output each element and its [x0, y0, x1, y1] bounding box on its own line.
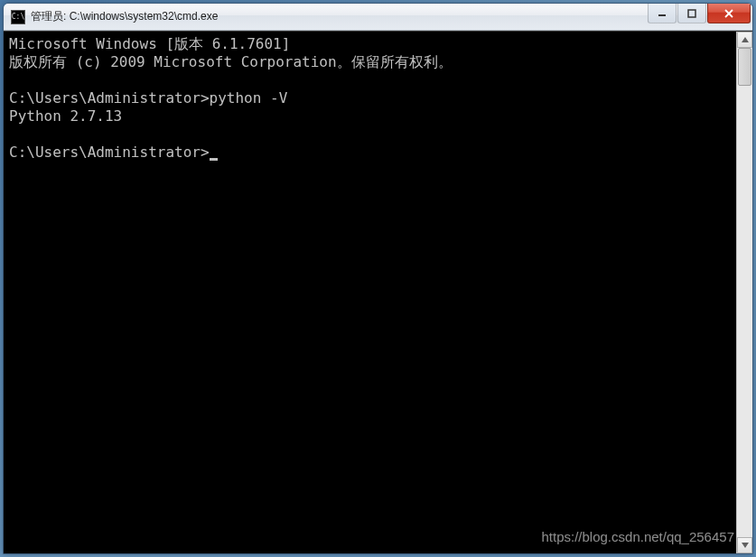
output-1: Python 2.7.13 — [9, 107, 122, 125]
banner-line-2: 版权所有 (c) 2009 Microsoft Corporation。保留所有… — [9, 53, 453, 70]
prompt-1: C:\Users\Administrator> — [9, 89, 210, 107]
close-button[interactable] — [707, 4, 751, 23]
window-title: 管理员: C:\windows\system32\cmd.exe — [31, 9, 648, 24]
terminal-output[interactable]: Microsoft Windows [版本 6.1.7601] 版权所有 (c)… — [4, 32, 736, 553]
cursor — [210, 158, 218, 161]
banner-line-1: Microsoft Windows [版本 6.1.7601] — [9, 35, 290, 52]
prompt-2: C:\Users\Administrator> — [9, 144, 210, 161]
window-controls — [648, 4, 751, 30]
terminal-area: Microsoft Windows [版本 6.1.7601] 版权所有 (c)… — [4, 31, 752, 553]
scroll-down-button[interactable] — [737, 537, 752, 553]
minimize-button[interactable] — [648, 4, 677, 23]
svg-rect-1 — [688, 10, 695, 17]
scroll-thumb[interactable] — [738, 48, 751, 86]
titlebar[interactable]: C:\ 管理员: C:\windows\system32\cmd.exe — [4, 4, 752, 31]
cmd-icon: C:\ — [11, 10, 25, 24]
scroll-track[interactable] — [737, 48, 752, 537]
scroll-up-button[interactable] — [737, 32, 752, 48]
maximize-button[interactable] — [677, 4, 706, 23]
scrollbar-vertical[interactable] — [736, 32, 752, 553]
command-1: python -V — [210, 89, 288, 107]
cmd-window: C:\ 管理员: C:\windows\system32\cmd.exe Mic… — [3, 3, 753, 554]
